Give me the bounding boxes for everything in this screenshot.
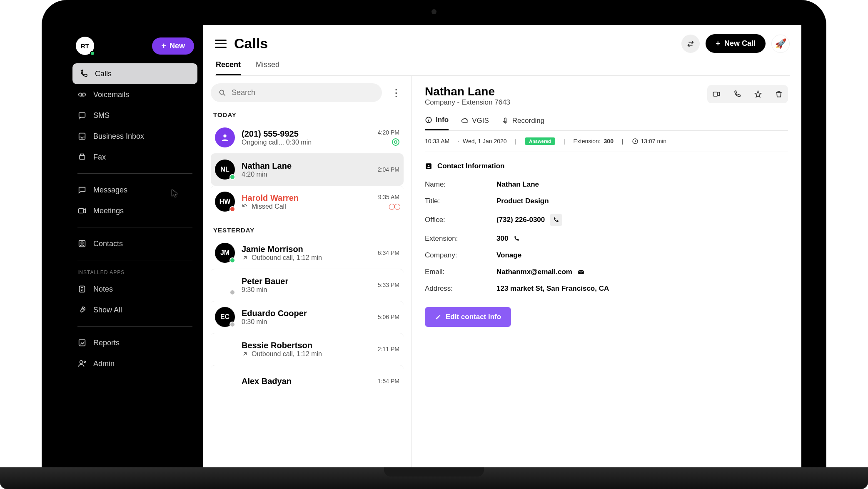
outbound-arrow-icon	[242, 254, 248, 261]
call-item[interactable]: Peter Bauer 9:30 min 5:33 PM	[211, 269, 404, 301]
presence-dot	[229, 257, 235, 263]
nav-item-show-all[interactable]: Show All	[67, 299, 203, 320]
voicemail-icon: ◯◯	[389, 203, 399, 210]
page-title: Calls	[234, 35, 268, 52]
hamburger-icon[interactable]	[215, 40, 227, 48]
divider	[77, 260, 192, 260]
nav-item-admin[interactable]: Admin	[67, 353, 203, 374]
transfer-icon	[686, 39, 695, 48]
nav-item-notes[interactable]: Notes	[67, 279, 203, 299]
nav-item-reports[interactable]: Reports	[67, 332, 203, 353]
star-button[interactable]	[752, 88, 764, 100]
nav-label: Contacts	[93, 240, 123, 248]
call-office-button[interactable]	[550, 214, 562, 226]
call-item[interactable]: Bessie Robertson Outbound call, 1:12 min…	[211, 333, 404, 365]
section-yesterday: YESTERDAY	[213, 227, 401, 234]
svg-point-0	[79, 93, 82, 96]
call-list: ⋮ TODAY (201) 555-9925 Ongoing call... 0…	[203, 76, 412, 489]
ci-company-val: Vonage	[496, 251, 521, 259]
nav-item-sms[interactable]: SMS	[67, 105, 203, 126]
call-button[interactable]	[731, 88, 743, 100]
svg-point-11	[80, 361, 83, 364]
ongoing-call-icon	[392, 138, 399, 146]
tab-missed[interactable]: Missed	[256, 60, 279, 75]
phone-icon[interactable]	[513, 235, 520, 242]
call-item[interactable]: JM Jamie Morrison Outbound call, 1:12 mi…	[211, 237, 404, 269]
new-call-label: New Call	[724, 39, 756, 48]
detail-tab-vgis[interactable]: VGIS	[461, 116, 489, 130]
ci-email-val: Nathanmx@email.com	[496, 268, 572, 276]
detail-tab-recording[interactable]: Recording	[501, 116, 545, 130]
ci-ext-val: 300	[496, 235, 508, 243]
call-item[interactable]: NL Nathan Lane 4:20 min 2:04 PM	[211, 153, 404, 185]
meta-duration: 13:07 min	[641, 138, 666, 145]
new-button-label: New	[170, 42, 185, 50]
section-today: TODAY	[213, 111, 401, 118]
meta-ext: 300	[604, 138, 614, 145]
video-button[interactable]	[711, 88, 722, 100]
nav-label: Messages	[93, 186, 127, 195]
laptop-notch	[384, 467, 484, 477]
email-icon[interactable]	[577, 268, 585, 276]
rocket-icon	[77, 305, 87, 314]
person-icon	[220, 133, 229, 142]
missed-arrow-icon	[242, 203, 248, 210]
nav-item-calls[interactable]: Calls	[72, 63, 197, 84]
search-icon	[218, 89, 227, 97]
call-tabs: Recent Missed	[203, 53, 801, 75]
call-sub: Outbound call, 1:12 min	[242, 350, 359, 358]
plus-icon: +	[161, 42, 166, 50]
edit-contact-button[interactable]: Edit contact info	[425, 307, 511, 327]
call-item[interactable]: HW Harold Warren Missed Call 9:35 AM	[211, 185, 404, 217]
nav-item-messages[interactable]: Messages	[67, 180, 203, 200]
new-call-button[interactable]: + New Call	[706, 34, 766, 53]
search-input[interactable]	[232, 88, 374, 97]
call-item[interactable]: (201) 555-9925 Ongoing call... 0:30 min …	[211, 122, 404, 153]
info-icon	[425, 116, 432, 124]
ci-email-label: Email:	[425, 268, 491, 276]
transfer-button[interactable]	[681, 35, 700, 53]
call-sub: 9:30 min	[242, 286, 359, 294]
call-time: 1:54 PM	[378, 378, 399, 384]
detail-subtitle: Company - Extension 7643	[425, 98, 510, 107]
nav-label: Show All	[93, 306, 122, 314]
delete-button[interactable]	[773, 88, 785, 100]
call-item[interactable]: EC Eduardo Cooper 0:30 min 5:06 PM	[211, 301, 404, 333]
nav-item-voicemails[interactable]: Voicemails	[67, 84, 203, 105]
call-time: 2:04 PM	[378, 166, 399, 173]
nav-item-meetings[interactable]: Meetings	[67, 200, 203, 221]
new-button[interactable]: + New	[152, 37, 194, 55]
notes-icon	[77, 284, 87, 294]
tab-recent[interactable]: Recent	[216, 60, 241, 75]
svg-point-13	[219, 90, 224, 94]
call-time: 5:33 PM	[378, 282, 399, 288]
call-item[interactable]: Alex Badyan 1:54 PM	[211, 365, 404, 397]
nav-label: Reports	[93, 339, 120, 347]
call-sub: 4:20 min	[242, 171, 359, 178]
rocket-button[interactable]: 🚀	[771, 35, 790, 53]
nav-item-fax[interactable]: Fax	[67, 147, 203, 167]
call-name: Jamie Morrison	[242, 244, 359, 254]
divider	[77, 173, 192, 174]
more-menu[interactable]: ⋮	[389, 87, 404, 99]
avatar-initials: EC	[220, 313, 229, 321]
call-time: 6:34 PM	[378, 249, 399, 256]
status-badge: Answered	[525, 137, 555, 145]
nav-label: Meetings	[93, 207, 124, 215]
nav-item-contacts[interactable]: Contacts	[67, 233, 203, 254]
presence-dot	[90, 51, 95, 56]
phone-icon	[79, 69, 88, 78]
svg-rect-17	[504, 118, 506, 122]
outbound-arrow-icon	[242, 351, 248, 357]
cloud-icon	[461, 117, 469, 125]
svg-rect-4	[80, 155, 85, 159]
nav-item-business-inbox[interactable]: Business Inbox	[67, 126, 203, 147]
avatar-initials: JM	[220, 249, 229, 257]
avatar: HW	[215, 192, 235, 212]
user-avatar[interactable]: RT	[76, 37, 94, 55]
laptop-camera	[432, 9, 436, 14]
nav-label: Business Inbox	[93, 132, 144, 141]
detail-tab-info[interactable]: Info	[425, 116, 449, 130]
search-field[interactable]	[211, 83, 382, 102]
presence-dot	[229, 174, 235, 180]
